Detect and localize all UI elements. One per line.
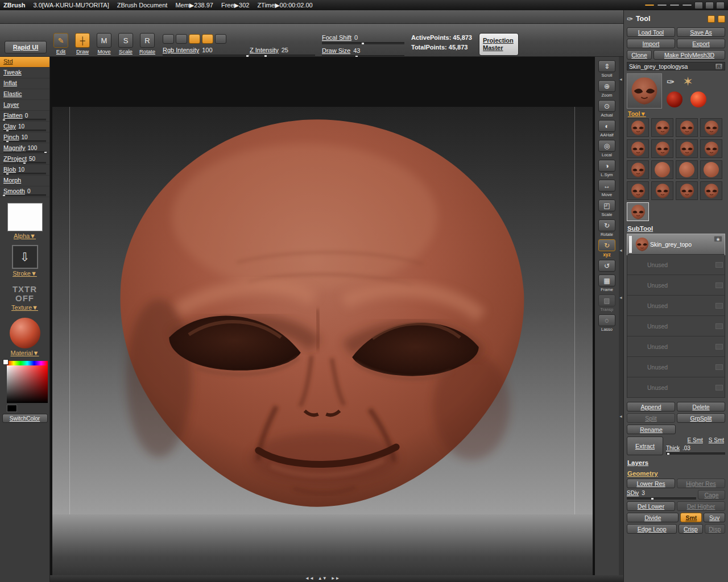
saturation-value-square[interactable] bbox=[7, 365, 48, 403]
projection-master-button[interactable]: Projection Master bbox=[479, 33, 519, 56]
collapse-arrow-icon[interactable]: ◄ bbox=[619, 296, 623, 300]
save-as-button[interactable]: Save As bbox=[677, 27, 725, 37]
tool-inventory-thumbnail[interactable] bbox=[700, 160, 722, 179]
right-shelf-button[interactable]: ↻ Rotate bbox=[598, 219, 615, 237]
rename-button[interactable]: Rename bbox=[627, 425, 676, 434]
smt-toggle[interactable]: Smt bbox=[680, 513, 702, 522]
export-button[interactable]: Export bbox=[677, 39, 725, 48]
titlebar-button[interactable] bbox=[682, 4, 692, 6]
right-shelf-button[interactable]: ↺ bbox=[598, 260, 615, 272]
scroll-left-arrows[interactable]: ◄◄ bbox=[305, 576, 314, 581]
subtool-item-unused[interactable]: Unused bbox=[627, 296, 725, 316]
brush-preset-item[interactable]: Tweak bbox=[0, 68, 49, 78]
tool-inventory-thumbnail[interactable] bbox=[700, 118, 722, 137]
scroll-updown-arrows[interactable]: ▲▼ bbox=[318, 576, 327, 581]
secondary-color-swatch[interactable] bbox=[3, 359, 9, 365]
right-shelf-button[interactable]: ▨ Transp bbox=[598, 294, 615, 312]
tool-inventory-thumbnail[interactable] bbox=[627, 118, 649, 137]
transform-mode-button[interactable]: ┼ Draw bbox=[74, 33, 91, 55]
palette-header-icon-button[interactable] bbox=[708, 15, 715, 23]
material-thumbnail[interactable] bbox=[10, 318, 40, 348]
edge-loop-button[interactable]: Edge Loop bbox=[627, 524, 677, 534]
document-canvas[interactable] bbox=[50, 57, 595, 575]
brush-preset-item[interactable]: Clay10 bbox=[0, 122, 49, 132]
split-button[interactable]: Split bbox=[627, 413, 675, 423]
active-tool-thumbnail[interactable] bbox=[627, 73, 662, 109]
tool-config-button[interactable]: R bbox=[715, 63, 723, 70]
draw-size-slider[interactable]: Draw Size43 bbox=[322, 47, 404, 57]
brush-preset-item[interactable]: Elastic bbox=[0, 89, 49, 100]
brush-preset-item[interactable]: Smooth0 bbox=[0, 186, 49, 197]
brush-preset-item[interactable]: Flatten0 bbox=[0, 111, 49, 122]
visibility-eye-icon[interactable]: ◉ bbox=[714, 236, 722, 242]
extract-button[interactable]: Extract bbox=[627, 436, 663, 455]
tool-inventory-thumbnail[interactable] bbox=[676, 181, 698, 200]
sphere-tool-thumbnail[interactable] bbox=[667, 92, 682, 107]
brush-preset-item[interactable]: Inflat bbox=[0, 78, 49, 89]
material-paint-toggle[interactable] bbox=[163, 34, 174, 44]
suv-toggle[interactable]: Suv bbox=[704, 513, 725, 522]
right-shelf-button[interactable]: ◌ Lasso bbox=[598, 314, 615, 332]
right-shelf-button[interactable]: ⇕ Scroll bbox=[598, 60, 615, 78]
right-shelf-button[interactable]: ↔ Move bbox=[598, 180, 615, 197]
brush-preset-item[interactable]: Blob10 bbox=[0, 165, 49, 176]
focal-shift-slider[interactable]: Focal Shift0 bbox=[322, 34, 404, 44]
subtool-item-unused[interactable]: Unused bbox=[627, 316, 725, 336]
delete-button[interactable]: Delete bbox=[677, 402, 725, 411]
tool-flyout-label[interactable]: Tool▼ bbox=[628, 110, 646, 117]
collapse-arrow-icon[interactable]: ◄ bbox=[619, 248, 623, 252]
lower-res-button[interactable]: Lower Res bbox=[627, 479, 675, 488]
alpha-flyout-label[interactable]: Alpha▼ bbox=[0, 232, 49, 239]
tool-inventory-thumbnail[interactable] bbox=[651, 181, 673, 200]
disp-toggle[interactable]: Disp bbox=[705, 524, 726, 534]
sculpt-mode-toggle[interactable] bbox=[228, 34, 239, 44]
load-tool-button[interactable]: Load Tool bbox=[627, 27, 675, 37]
import-button[interactable]: Import bbox=[627, 39, 675, 48]
sculpt-mode-toggle[interactable] bbox=[189, 34, 200, 44]
tool-inventory-thumbnail[interactable] bbox=[627, 139, 649, 158]
brush-preset-item[interactable]: ZProject50 bbox=[0, 154, 49, 165]
right-shelf-button[interactable]: ◰ Scale bbox=[598, 199, 615, 217]
simplebrush-tool-icon[interactable]: ✑ bbox=[667, 76, 675, 88]
right-shelf-button[interactable]: ◐ AAHalf bbox=[598, 120, 615, 138]
higher-res-button[interactable]: Higher Res bbox=[677, 479, 725, 488]
divide-button[interactable]: Divide bbox=[627, 513, 679, 522]
brush-preset-item[interactable]: Std bbox=[0, 57, 49, 68]
z-intensity-slider[interactable]: Z Intensity25 bbox=[250, 47, 315, 57]
bottom-scroll-bar[interactable]: ◄◄ ▲▼ ►► bbox=[50, 575, 623, 582]
transform-mode-button[interactable]: ✎ Edit bbox=[52, 33, 69, 55]
subtool-item-unused[interactable]: Unused bbox=[627, 275, 725, 296]
transform-mode-button[interactable]: S Scale bbox=[117, 33, 134, 55]
clone-button[interactable]: Clone bbox=[627, 50, 652, 60]
tool-inventory-thumbnail[interactable] bbox=[627, 181, 649, 200]
collapse-arrow-icon[interactable]: ◄ bbox=[619, 414, 623, 418]
subtool-item-unused[interactable]: Unused bbox=[627, 255, 725, 275]
transform-mode-button[interactable]: R Rotate bbox=[139, 33, 156, 55]
sdiv-slider[interactable]: SDiv3 bbox=[627, 490, 696, 500]
layers-section-header[interactable]: Layers bbox=[627, 459, 725, 466]
thick-slider[interactable]: Thick.03 bbox=[666, 445, 725, 455]
brush-preset-item[interactable]: Layer bbox=[0, 100, 49, 111]
transform-mode-button[interactable]: M Move bbox=[96, 33, 113, 55]
brush-preset-item[interactable]: Morph bbox=[0, 176, 49, 186]
sculpt-mode-toggle[interactable] bbox=[202, 34, 213, 44]
window-control-icon[interactable] bbox=[716, 2, 725, 9]
right-shelf-button[interactable]: ⊕ Zoom bbox=[598, 80, 615, 98]
tool-inventory-thumbnail[interactable] bbox=[651, 118, 673, 137]
tool-inventory-thumbnail[interactable] bbox=[700, 139, 722, 158]
sphere3d-tool-thumbnail[interactable] bbox=[690, 92, 706, 107]
tool-inventory-thumbnail[interactable] bbox=[676, 139, 698, 158]
titlebar-button[interactable] bbox=[657, 4, 667, 6]
material-paint-toggle[interactable] bbox=[176, 34, 187, 44]
right-shelf-button[interactable]: ◑ L.Sym bbox=[598, 160, 615, 177]
right-shelf-button[interactable]: ◎ Local bbox=[598, 140, 615, 157]
subtool-section-header[interactable]: SubTool bbox=[627, 225, 725, 232]
palette-header-icon-button[interactable] bbox=[718, 15, 725, 23]
cage-button[interactable]: Cage bbox=[698, 490, 725, 500]
right-shelf-button[interactable]: ↻ xyz bbox=[598, 239, 615, 257]
alien-head-sculpt[interactable] bbox=[107, 111, 536, 515]
rgb-intensity-slider[interactable]: Rgb Intensity100 bbox=[163, 47, 248, 57]
crisp-toggle[interactable]: Crisp bbox=[679, 524, 702, 534]
esmt-toggle[interactable]: E Smt bbox=[688, 437, 703, 443]
material-flyout-label[interactable]: Material▼ bbox=[0, 350, 49, 356]
